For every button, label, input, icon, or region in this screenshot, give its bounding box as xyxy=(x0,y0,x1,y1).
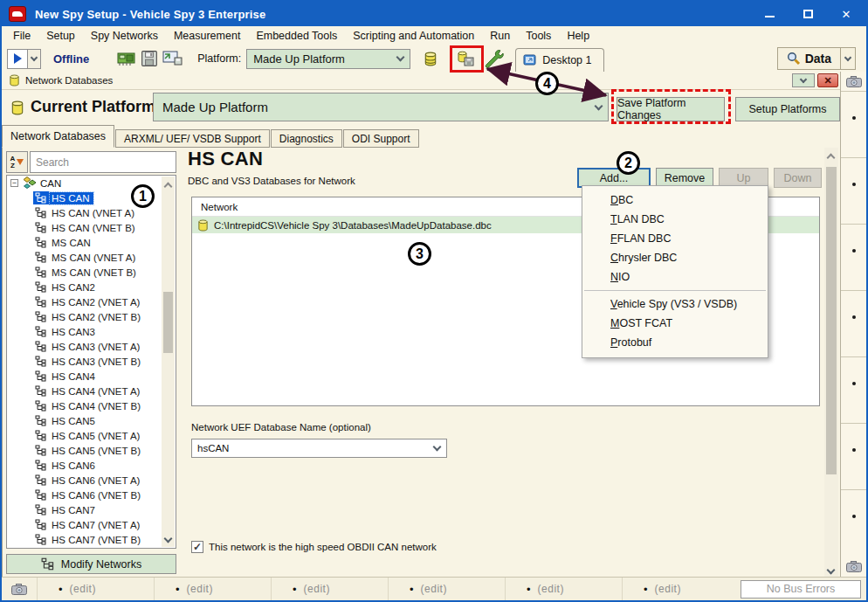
tree-item-hs-can7-vnet-a[interactable]: HS CAN7 (VNET A) xyxy=(7,517,176,532)
main-scrollbar-thumb[interactable] xyxy=(826,167,837,474)
status-edit-segment[interactable]: •(edit) xyxy=(388,578,505,600)
panel-collapse-button[interactable] xyxy=(792,73,815,87)
dock-slot[interactable] xyxy=(841,489,866,556)
menu-tools[interactable]: Tools xyxy=(518,30,559,42)
tree-item-hs-can2-vnet-a[interactable]: HS CAN2 (VNET A) xyxy=(7,294,176,309)
tree-item-hs-can7[interactable]: HS CAN7 xyxy=(7,502,176,517)
tree-item-hs-can5[interactable]: HS CAN5 xyxy=(7,413,176,428)
network-node-icon xyxy=(33,429,50,442)
scroll-up-icon[interactable] xyxy=(164,183,173,191)
dock-slot[interactable] xyxy=(841,423,866,489)
tree-item-hs-can-vnet-b[interactable]: HS CAN (VNET B) xyxy=(7,220,176,235)
tree-item-hs-can7-vnet-b[interactable]: HS CAN7 (VNET B) xyxy=(7,532,176,547)
tree-item-hs-can6-vnet-a[interactable]: HS CAN6 (VNET A) xyxy=(7,473,176,488)
save-setup-button[interactable] xyxy=(138,48,161,69)
tree-item-hs-can-vnet-a[interactable]: HS CAN (VNET A) xyxy=(7,205,176,220)
status-edit-segment[interactable]: •(edit) xyxy=(271,578,388,600)
tab-odi-support[interactable]: ODI Support xyxy=(343,129,419,148)
camera-icon[interactable] xyxy=(2,584,37,595)
menu-measurement[interactable]: Measurement xyxy=(166,30,248,42)
add-menu-item-nio[interactable]: NIO xyxy=(582,267,768,287)
tree-item-hs-can2-vnet-b[interactable]: HS CAN2 (VNET B) xyxy=(7,309,176,324)
tree-item-hs-can4[interactable]: HS CAN4 xyxy=(7,369,176,384)
status-bullet-icon: • xyxy=(59,583,63,596)
setup-platforms-tool-button[interactable] xyxy=(482,48,505,69)
tree-scrollbar[interactable] xyxy=(162,176,175,547)
add-menu-item-dbc[interactable]: DBC xyxy=(582,190,768,210)
tree-item-hs-can2[interactable]: HS CAN2 xyxy=(7,280,176,294)
modify-networks-button[interactable]: Modify Networks xyxy=(6,554,176,574)
menu-spy-networks[interactable]: Spy Networks xyxy=(83,30,166,42)
status-bar: •(edit)•(edit)•(edit)•(edit)•(edit)•(edi… xyxy=(2,577,866,600)
menu-setup[interactable]: Setup xyxy=(38,30,83,42)
tree-item-hs-can6-vnet-b[interactable]: HS CAN6 (VNET B) xyxy=(7,488,176,502)
tree-item-ms-can-vnet-a[interactable]: MS CAN (VNET A) xyxy=(7,250,176,265)
minimize-button[interactable] xyxy=(761,7,777,21)
data-button[interactable]: Data xyxy=(777,47,856,70)
tree-item-hs-can3-vnet-a[interactable]: HS CAN3 (VNET A) xyxy=(7,339,176,354)
tree-scrollbar-thumb[interactable] xyxy=(163,292,173,353)
add-menu-item-vehicle-spy-vs3-vsdb[interactable]: Vehicle Spy (VS3 / VSDB) xyxy=(582,294,768,314)
tab-desktop-1[interactable]: Desktop 1 xyxy=(515,48,604,72)
menu-embedded-tools[interactable]: Embedded Tools xyxy=(248,30,345,42)
status-edit-segment[interactable]: •(edit) xyxy=(505,578,622,600)
tree-item-hs-can4-vnet-a[interactable]: HS CAN4 (VNET A) xyxy=(7,384,176,398)
setup-platforms-button[interactable]: Setup Platforms xyxy=(735,97,840,121)
hardware-setup-button[interactable] xyxy=(115,48,138,69)
dock-slot[interactable] xyxy=(841,224,866,290)
scroll-down-icon[interactable] xyxy=(827,566,836,575)
sort-button[interactable]: AZ xyxy=(6,151,28,173)
status-edit-segment[interactable]: •(edit) xyxy=(622,578,739,600)
run-mode-dropdown[interactable] xyxy=(28,49,41,69)
toolbar: Offline Platfo xyxy=(2,45,866,72)
dock-slot[interactable] xyxy=(841,356,866,423)
uef-name-select[interactable]: hsCAN xyxy=(191,439,447,458)
tree-item-hs-can5-vnet-a[interactable]: HS CAN5 (VNET A) xyxy=(7,428,176,443)
tree-item-hs-can3[interactable]: HS CAN3 xyxy=(7,324,176,339)
tree-item-hs-can5-vnet-b[interactable]: HS CAN5 (VNET B) xyxy=(7,443,176,458)
panel-close-button[interactable]: ✕ xyxy=(817,73,838,87)
menu-scripting-and-automation[interactable]: Scripting and Automation xyxy=(345,30,482,42)
tree-item-ms-can-vnet-b[interactable]: MS CAN (VNET B) xyxy=(7,265,176,280)
scroll-up-icon[interactable] xyxy=(827,154,836,163)
database-setup-button[interactable] xyxy=(419,48,442,69)
add-menu-item-protobuf[interactable]: Protobuf xyxy=(582,333,768,352)
search-input[interactable] xyxy=(30,151,176,173)
menu-file[interactable]: File xyxy=(5,30,38,42)
add-menu-item-fflan-dbc[interactable]: FFLAN DBC xyxy=(582,229,768,248)
camera-icon[interactable] xyxy=(841,556,866,577)
data-dropdown[interactable] xyxy=(840,48,855,69)
network-node-icon xyxy=(33,280,50,294)
tab-diagnostics[interactable]: Diagnostics xyxy=(271,129,342,148)
menu-help[interactable]: Help xyxy=(559,30,597,42)
current-platform-select[interactable]: Made Up Platform xyxy=(153,93,609,121)
open-setup-button[interactable] xyxy=(161,48,183,69)
tree-item-hs-can6[interactable]: HS CAN6 xyxy=(7,458,176,473)
tree-root-label: CAN xyxy=(40,178,61,189)
status-edit-segment[interactable]: •(edit) xyxy=(37,578,154,600)
tab-network-databases[interactable]: Network Databases xyxy=(2,125,114,148)
main-scrollbar[interactable] xyxy=(824,148,838,578)
add-menu-item-tlan-dbc[interactable]: TLAN DBC xyxy=(582,210,768,229)
down-button[interactable]: Down xyxy=(774,168,822,188)
tree-item-hs-can3-vnet-b[interactable]: HS CAN3 (VNET B) xyxy=(7,354,176,369)
platform-select[interactable]: Made Up Platform xyxy=(246,49,410,69)
menu-run[interactable]: Run xyxy=(482,30,518,42)
tree-item-ms-can[interactable]: MS CAN xyxy=(7,235,176,250)
data-button-label: Data xyxy=(805,52,831,66)
dock-slot[interactable] xyxy=(841,91,866,157)
status-edit-segment[interactable]: •(edit) xyxy=(154,578,271,600)
maximize-button[interactable] xyxy=(800,7,816,21)
dock-slot[interactable] xyxy=(841,157,866,224)
tab-arxml-uef-vsdb-support[interactable]: ARXML/ UEF/ VSDB Support xyxy=(115,129,270,148)
obdii-checkbox[interactable]: ✓ xyxy=(191,541,203,553)
scroll-down-icon[interactable] xyxy=(164,535,173,543)
tree-item-hs-can4-vnet-b[interactable]: HS CAN4 (VNET B) xyxy=(7,398,176,413)
close-button[interactable]: ✕ xyxy=(838,7,854,21)
add-menu-item-chrysler-dbc[interactable]: Chrysler DBC xyxy=(582,248,768,267)
collapse-icon[interactable]: − xyxy=(10,179,18,187)
run-button[interactable] xyxy=(7,49,28,69)
dock-slot[interactable] xyxy=(841,290,866,356)
add-menu-item-most-fcat[interactable]: MOST FCAT xyxy=(582,314,768,333)
camera-icon[interactable] xyxy=(841,72,866,91)
